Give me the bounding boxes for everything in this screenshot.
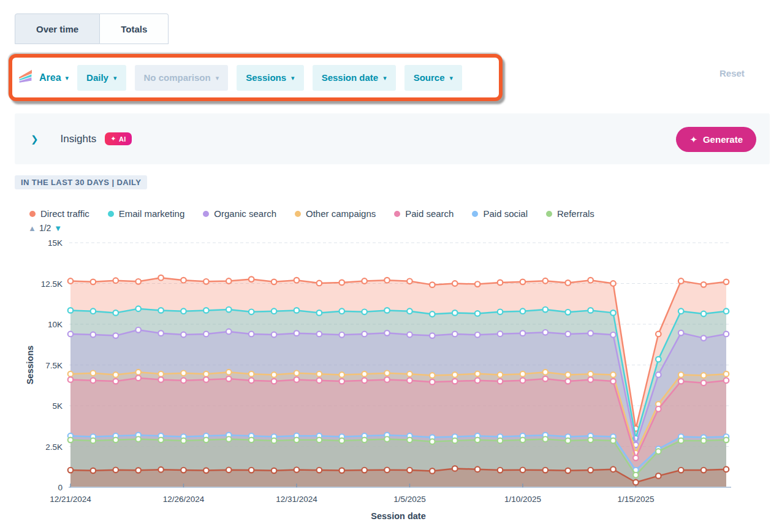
chevron-down-icon: ▾ [66,74,69,82]
legend-item[interactable]: Direct traffic [29,208,89,219]
legend-dot [203,211,209,217]
legend-page-down-icon[interactable]: ▼ [54,224,62,233]
comparison-value: No comparison [144,72,211,83]
chart-legend: Direct traffic Email marketing Organic s… [29,208,594,219]
sparkle-icon: ✦ [689,134,697,145]
metric-value: Sessions [246,72,286,83]
legend-page-up-icon[interactable]: ▲ [28,224,36,233]
expand-chevron-icon[interactable]: ❯ [31,134,39,145]
insights-panel: ❯ Insights ✦ AI ✦ Generate [15,113,770,164]
sparkle-icon: ✦ [110,135,116,143]
comparison-dropdown: No comparison ▾ [135,65,229,91]
chart-type-menu[interactable]: Area ▾ [18,69,69,86]
svg-text:1/5/2025: 1/5/2025 [393,495,426,504]
chart-type-label: Area [39,72,61,83]
svg-text:12/26/2024: 12/26/2024 [163,495,205,504]
chevron-down-icon: ▾ [450,74,454,82]
highlight-annotation: Area ▾ Daily ▾ No comparison ▾ Sessions … [9,54,503,101]
report-view-tabs: Over time Totals [15,13,169,44]
svg-text:0: 0 [58,483,63,492]
legend-label: Direct traffic [40,208,89,219]
tab-totals[interactable]: Totals [100,13,169,44]
legend-dot [394,211,400,217]
legend-label: Paid search [405,208,454,219]
legend-dot [546,211,552,217]
legend-label: Email marketing [119,208,185,219]
area-chart-icon [18,69,35,86]
reset-button[interactable]: Reset [719,68,745,78]
svg-text:15K: 15K [48,238,63,248]
legend-item[interactable]: Referrals [546,208,594,219]
legend-item[interactable]: Paid social [472,208,528,219]
frequency-dropdown[interactable]: Daily ▾ [77,65,126,91]
legend-item[interactable]: Other campaigns [295,208,376,219]
legend-item[interactable]: Paid search [394,208,454,219]
svg-text:12/21/2024: 12/21/2024 [50,495,91,504]
svg-text:1/10/2025: 1/10/2025 [504,495,541,504]
chevron-down-icon: ▾ [216,74,219,82]
svg-text:Session date: Session date [371,511,425,521]
svg-text:5K: 5K [52,401,63,411]
legend-dot [29,211,36,217]
tab-over-time[interactable]: Over time [15,13,100,44]
legend-label: Paid social [483,208,528,219]
legend-label: Organic search [214,208,276,219]
chart-area: 02.5K5K7.5K10K12.5K15K12/21/202412/26/20… [15,238,770,532]
ai-badge: ✦ AI [105,132,132,145]
svg-text:Sessions: Sessions [25,346,35,385]
chevron-down-icon: ▾ [291,74,295,82]
svg-text:7.5K: 7.5K [45,361,63,370]
ai-badge-label: AI [119,135,126,143]
date-property-value: Session date [322,72,379,83]
period-badge: IN THE LAST 30 DAYS | DAILY [15,175,147,189]
date-property-dropdown[interactable]: Session date ▾ [313,65,396,91]
legend-label: Referrals [557,208,594,219]
breakdown-value: Source [414,72,445,83]
legend-item[interactable]: Organic search [203,208,276,219]
legend-label: Other campaigns [306,208,376,219]
legend-dot [295,211,301,217]
chevron-down-icon: ▾ [383,74,387,82]
svg-text:12/31/2024: 12/31/2024 [276,495,317,504]
legend-dot [472,211,478,217]
frequency-value: Daily [86,72,108,83]
generate-label: Generate [703,134,743,145]
svg-text:2.5K: 2.5K [45,443,63,452]
legend-dot [108,211,114,217]
svg-text:1/15/2025: 1/15/2025 [617,495,654,504]
breakdown-dropdown[interactable]: Source ▾ [404,65,462,91]
legend-item[interactable]: Email marketing [108,208,185,219]
metric-dropdown[interactable]: Sessions ▾ [237,65,303,91]
sessions-area-chart[interactable]: 02.5K5K7.5K10K12.5K15K12/21/202412/26/20… [15,238,770,532]
svg-text:10K: 10K [48,320,63,329]
generate-button[interactable]: ✦ Generate [676,127,756,152]
svg-text:12.5K: 12.5K [41,279,63,289]
insights-title: Insights [61,133,97,145]
legend-pager: ▲ 1/2 ▼ [28,223,62,233]
legend-page-indicator: 1/2 [39,223,51,233]
chevron-down-icon: ▾ [113,74,117,82]
